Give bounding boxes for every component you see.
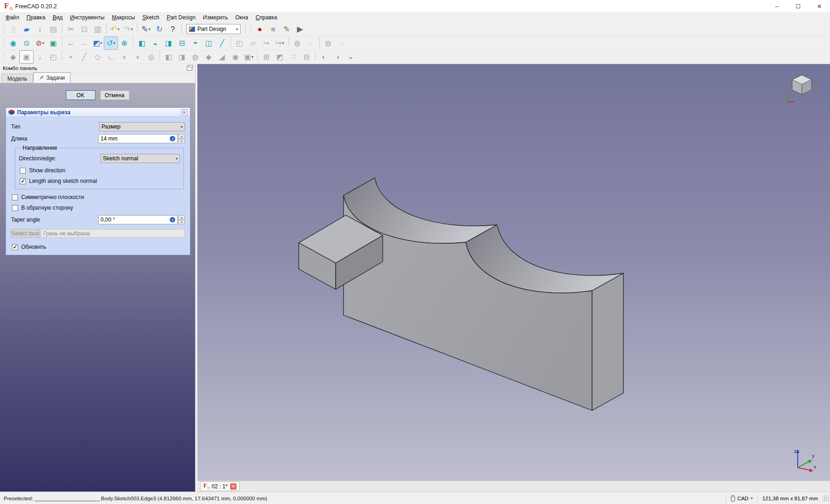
body-tool-4-icon[interactable]: ◌ <box>335 37 348 49</box>
linear-pattern-icon[interactable]: ◩ <box>273 51 286 63</box>
print-icon[interactable]: ▤ <box>47 23 60 35</box>
new-file-icon[interactable]: ▯ <box>6 23 20 35</box>
edit-sketch-icon[interactable]: ◰ <box>47 51 60 63</box>
expression-icon[interactable]: ƒ <box>170 217 175 223</box>
spin-down-button[interactable]: ▼ <box>178 139 185 143</box>
fit-selection-icon[interactable]: ⊙ <box>20 37 33 49</box>
view-bottom-icon[interactable]: ◓ <box>189 37 202 49</box>
groove-icon[interactable]: ▣▾ <box>242 51 255 63</box>
menu-item-8[interactable]: Измерить <box>199 13 231 22</box>
workbench-selector[interactable]: Part Design ▾ <box>186 24 241 34</box>
symmetric-checkbox[interactable] <box>12 194 18 200</box>
attach-sketch-icon[interactable]: ↓ <box>33 51 47 63</box>
toolbar-grip[interactable] <box>2 39 5 48</box>
undo-icon[interactable]: ↶▾ <box>108 23 122 35</box>
view-left-icon[interactable]: ◫ <box>202 37 215 49</box>
view-right-icon[interactable]: ◨ <box>162 37 175 49</box>
menu-item-7[interactable]: Part Design <box>163 13 199 22</box>
3d-viewport[interactable]: z y x <box>197 64 830 481</box>
save-file-icon[interactable]: ↓ <box>33 23 47 35</box>
view-top-icon[interactable]: ◒ <box>148 37 162 49</box>
close-document-icon[interactable]: ✕ <box>230 483 237 490</box>
toolbar-grip[interactable] <box>2 24 5 34</box>
view-rear-icon[interactable]: ⊟ <box>175 37 189 49</box>
shape-binder-icon[interactable]: ◗ <box>118 51 131 63</box>
navigation-cube[interactable] <box>782 68 822 107</box>
create-part-icon[interactable]: ◰ <box>233 37 246 49</box>
clone-icon[interactable]: ◎ <box>144 51 158 63</box>
menu-item-1[interactable]: Файл <box>2 13 23 22</box>
macro-edit-icon[interactable]: ✎ <box>280 23 293 35</box>
document-tab[interactable]: F⚙ 02 : 1* ✕ <box>200 481 240 491</box>
sub-shape-binder-icon[interactable]: ◖ <box>131 51 144 63</box>
create-group-icon[interactable]: ▱ <box>246 37 260 49</box>
type-dropdown[interactable]: Размер ▾ <box>99 122 185 131</box>
resize-grip[interactable] <box>823 495 829 502</box>
direction-dropdown[interactable]: Sketch normal ▾ <box>101 154 180 163</box>
local-cs-icon[interactable]: ∟ <box>104 51 118 63</box>
body-tool-3-icon[interactable]: ◍ <box>321 37 335 49</box>
make-link-icon[interactable]: ↪ <box>260 37 273 49</box>
view-axonometric-icon[interactable]: ⊕ <box>118 37 131 49</box>
boolean-common-icon[interactable]: ◒ <box>344 51 357 63</box>
spin-up-button[interactable]: ▲ <box>178 134 185 139</box>
cancel-button[interactable]: Отмена <box>100 90 130 100</box>
whats-this-icon[interactable]: ? <box>166 23 179 35</box>
zoom-view-icon[interactable]: ↺▾ <box>104 37 118 49</box>
toolbar-grip[interactable] <box>2 53 5 62</box>
boolean-union-icon[interactable]: ◐ <box>317 51 331 63</box>
pocket-icon[interactable]: ◢ <box>215 51 229 63</box>
reversed-checkbox[interactable] <box>12 205 18 211</box>
navigation-style-selector[interactable]: CAD ▾ <box>726 492 757 504</box>
mirrored-icon[interactable]: ⊞ <box>260 51 273 63</box>
pad-icon[interactable]: ◧ <box>162 51 175 63</box>
create-sketch-icon[interactable]: ▣ <box>20 51 33 63</box>
spin-up-button[interactable]: ▲ <box>178 215 185 220</box>
copy-icon[interactable]: ⊡ <box>77 23 91 35</box>
nav-forward-icon[interactable]: → <box>77 37 91 49</box>
draw-style-icon[interactable]: ⊘▾ <box>33 37 47 49</box>
menu-item-4[interactable]: Инструменты <box>66 13 108 22</box>
menu-item-3[interactable]: Вид <box>49 13 66 22</box>
macro-record-icon[interactable]: ● <box>253 23 267 35</box>
macro-stop-icon[interactable]: ■ <box>267 23 280 35</box>
body-tool-2-icon[interactable]: ◌ <box>304 37 317 49</box>
maximize-button[interactable]: ☐ <box>788 0 809 12</box>
boolean-cut-icon[interactable]: ◑ <box>331 51 344 63</box>
edit-mode-icon[interactable]: ✎▾ <box>139 23 153 35</box>
menu-item-9[interactable]: Окна <box>231 13 252 22</box>
multitransform-icon[interactable]: ⊟ <box>300 51 313 63</box>
taper-angle-input[interactable]: 0,00 ° ƒ <box>98 215 178 224</box>
bounding-box-icon[interactable]: ▣ <box>47 37 60 49</box>
spin-down-button[interactable]: ▼ <box>178 220 185 224</box>
tab-model[interactable]: Модель <box>1 74 33 83</box>
redo-icon[interactable]: ↷▾ <box>122 23 135 35</box>
collapse-icon[interactable]: « <box>181 109 188 116</box>
close-button[interactable]: ✕ <box>809 0 830 12</box>
update-checkbox[interactable] <box>12 244 18 250</box>
length-input[interactable]: 14 mm ƒ <box>98 134 178 143</box>
menu-item-5[interactable]: Макросы <box>108 13 139 22</box>
fit-all-icon[interactable]: ◉ <box>6 37 20 49</box>
datum-line-icon[interactable]: ╱ <box>77 51 91 63</box>
macro-play-icon[interactable]: ▶ <box>293 23 307 35</box>
datum-point-icon[interactable]: • <box>64 51 77 63</box>
nav-back-icon[interactable]: ← <box>64 37 77 49</box>
revolve-icon[interactable]: ◨ <box>175 51 189 63</box>
polar-pattern-icon[interactable]: ∷ <box>286 51 300 63</box>
tab-tasks[interactable]: ✎ Задачи <box>33 72 71 83</box>
minimize-button[interactable]: ─ <box>766 0 788 12</box>
datum-plane-icon[interactable]: ◇ <box>91 51 104 63</box>
toolbar-grip[interactable] <box>249 24 252 34</box>
hole-icon[interactable]: ◉ <box>229 51 242 63</box>
create-body-icon[interactable]: ◆ <box>6 51 20 63</box>
refresh-icon[interactable]: ↻ <box>153 23 166 35</box>
paste-icon[interactable]: ▥ <box>91 23 104 35</box>
make-sub-link-icon[interactable]: ↪▾ <box>273 37 286 49</box>
float-panel-icon[interactable] <box>187 66 192 70</box>
view-front-icon[interactable]: ◧ <box>135 37 148 49</box>
expression-icon[interactable]: ƒ <box>170 136 175 141</box>
ok-button[interactable]: OK <box>66 90 95 100</box>
menu-item-2[interactable]: Правка <box>23 13 49 22</box>
view-isometric-icon[interactable]: ◩▾ <box>91 37 104 49</box>
